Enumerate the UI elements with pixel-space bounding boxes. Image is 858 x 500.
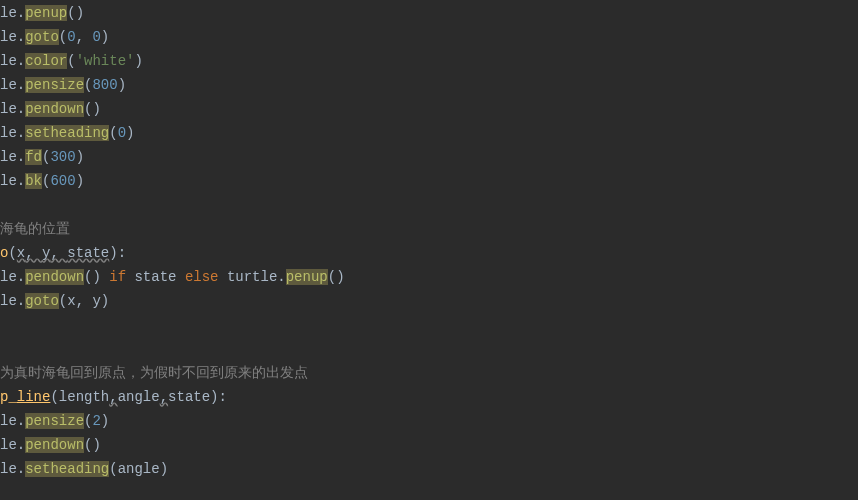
paren: ) [76, 149, 84, 165]
parameter: state [168, 389, 210, 405]
code-line[interactable]: le.setheading(angle) [0, 457, 858, 481]
paren: ( [50, 389, 58, 405]
obj-ref: le. [0, 53, 25, 69]
blank-line[interactable] [0, 337, 858, 361]
paren: ) [118, 77, 126, 93]
def-line[interactable]: o(x, y, state): [0, 241, 858, 265]
obj-ref: le. [0, 77, 25, 93]
paren: ) [76, 5, 84, 21]
separator: , [50, 245, 67, 261]
number-literal: 2 [92, 413, 100, 429]
paren: ): [210, 389, 227, 405]
code-line[interactable]: le.pendown() [0, 97, 858, 121]
method-call: setheading [25, 461, 109, 477]
ident: state [126, 269, 185, 285]
obj-ref: le. [0, 173, 25, 189]
code-line[interactable]: le.pensize(800) [0, 73, 858, 97]
code-line[interactable]: le.setheading(0) [0, 121, 858, 145]
obj-ref: le. [0, 437, 25, 453]
method-call: pendown [25, 269, 84, 285]
number-literal: 0 [67, 29, 75, 45]
separator: , [25, 245, 42, 261]
method-call: pendown [25, 437, 84, 453]
paren: ) [92, 437, 100, 453]
comment-text: 海龟的位置 [0, 221, 70, 237]
blank-line[interactable] [0, 193, 858, 217]
comment-line[interactable]: 为真时海龟回到原点，为假时不回到原来的出发点 [0, 361, 858, 385]
obj-ref: le. [0, 5, 25, 21]
method-call: penup [25, 5, 67, 21]
obj-ref: le. [0, 125, 25, 141]
method-call: color [25, 53, 67, 69]
method-call: penup [286, 269, 328, 285]
separator: , [109, 389, 117, 405]
number-literal: 0 [118, 125, 126, 141]
code-line[interactable]: le.bk(600) [0, 169, 858, 193]
method-call: fd [25, 149, 42, 165]
comment-line[interactable]: 海龟的位置 [0, 217, 858, 241]
paren: ) [101, 293, 109, 309]
blank-line[interactable] [0, 313, 858, 337]
obj-ref: le. [0, 29, 25, 45]
paren: ( [67, 53, 75, 69]
paren: ( [67, 5, 75, 21]
comment-text: 为真时海龟回到原点，为假时不回到原来的出发点 [0, 365, 308, 381]
obj-ref: le. [0, 269, 25, 285]
number-literal: 800 [92, 77, 117, 93]
string-literal: 'white' [76, 53, 135, 69]
keyword-if: if [109, 269, 126, 285]
code-line[interactable]: le.pendown() if state else turtle.penup(… [0, 265, 858, 289]
code-line[interactable]: le.color('white') [0, 49, 858, 73]
obj-ref: le. [0, 149, 25, 165]
ident: y [92, 293, 100, 309]
keyword-else: else [185, 269, 219, 285]
obj-ref: le. [0, 413, 25, 429]
method-call: setheading [25, 125, 109, 141]
obj-ref: le. [0, 461, 25, 477]
paren: ) [92, 101, 100, 117]
number-literal: 300 [50, 149, 75, 165]
paren: ( [328, 269, 336, 285]
method-call: bk [25, 173, 42, 189]
paren: ) [126, 125, 134, 141]
parameter: x [17, 245, 25, 261]
parameter: length [59, 389, 109, 405]
obj-ref: turtle. [218, 269, 285, 285]
code-line[interactable]: le.pendown() [0, 433, 858, 457]
code-line[interactable]: le.penup() [0, 1, 858, 25]
parameter: state [67, 245, 109, 261]
code-line[interactable]: le.fd(300) [0, 145, 858, 169]
paren: ) [101, 29, 109, 45]
function-name-prefix: p_ [0, 389, 17, 405]
paren: ) [76, 173, 84, 189]
method-call: goto [25, 29, 59, 45]
paren: ) [336, 269, 344, 285]
parameter: angle [118, 389, 160, 405]
code-line[interactable]: le.goto(0, 0) [0, 25, 858, 49]
paren: ( [59, 29, 67, 45]
obj-ref: le. [0, 101, 25, 117]
number-literal: 600 [50, 173, 75, 189]
method-call: pendown [25, 101, 84, 117]
paren: ) [92, 269, 109, 285]
paren: ( [8, 245, 16, 261]
def-line[interactable]: p_line(length,angle,state): [0, 385, 858, 409]
method-call: pensize [25, 77, 84, 93]
paren: ) [101, 413, 109, 429]
ident: x [67, 293, 75, 309]
separator: , [76, 29, 93, 45]
separator: , [76, 293, 93, 309]
method-call: goto [25, 293, 59, 309]
paren: ) [134, 53, 142, 69]
method-call: pensize [25, 413, 84, 429]
code-line[interactable]: le.goto(x, y) [0, 289, 858, 313]
separator: , [160, 389, 168, 405]
number-literal: 0 [92, 29, 100, 45]
paren: ( [109, 461, 117, 477]
paren: ) [160, 461, 168, 477]
code-line[interactable]: le.pensize(2) [0, 409, 858, 433]
obj-ref: le. [0, 293, 25, 309]
paren: ): [109, 245, 126, 261]
function-name: line [17, 389, 51, 405]
ident: angle [118, 461, 160, 477]
